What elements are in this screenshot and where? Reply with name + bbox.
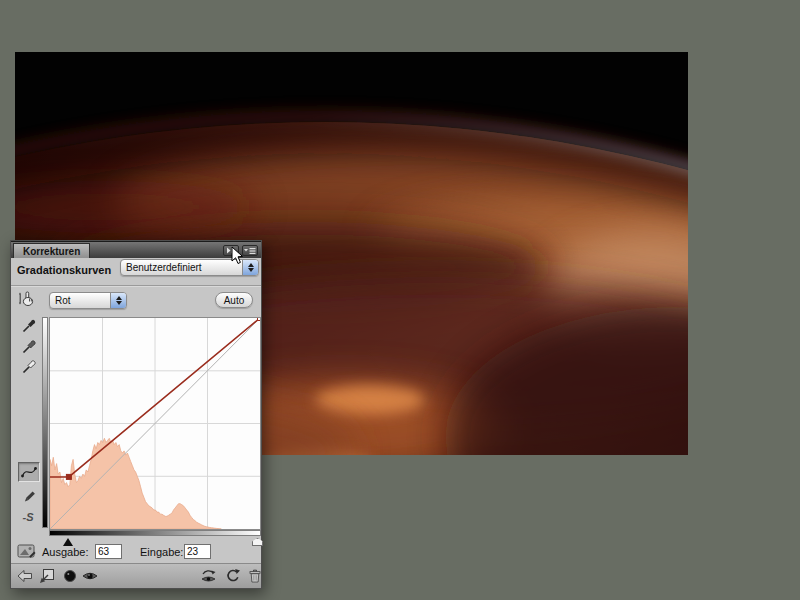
clip-to-layer-button[interactable]: [39, 568, 55, 584]
auto-button[interactable]: Auto: [215, 292, 253, 308]
output-label: Ausgabe:: [42, 546, 88, 558]
black-point-eyedropper-icon: [21, 318, 37, 334]
reset-icon: [225, 568, 241, 584]
view-previous-state-icon: [200, 568, 218, 584]
channel-dropdown-value: Rot: [50, 293, 110, 308]
panel-tab-bar: Korrekturen: [11, 241, 261, 258]
image-adjustment-icon: [17, 544, 37, 559]
header-divider: [11, 285, 261, 286]
reset-button[interactable]: [225, 568, 241, 584]
preset-dropdown-stepper-icon: [242, 260, 258, 275]
curve-plot-area[interactable]: [49, 317, 261, 530]
shadow-input-slider[interactable]: [63, 538, 73, 546]
edit-curve-points-tool[interactable]: [18, 462, 40, 482]
visibility-toggle-button[interactable]: [82, 568, 98, 584]
pencil-draw-curve-tool[interactable]: [20, 488, 38, 506]
clip-to-layer-icon: [39, 568, 55, 584]
on-image-adjustment-badge: [16, 543, 38, 559]
curve-plot-svg: [50, 318, 260, 529]
gray-point-eyedropper[interactable]: [20, 338, 38, 356]
output-gradient-bar: [42, 317, 48, 528]
tab-korrekturen[interactable]: Korrekturen: [13, 243, 90, 258]
visibility-eye-icon: [82, 568, 98, 584]
output-value-field[interactable]: [95, 544, 122, 559]
input-gradient-bar: [49, 530, 261, 536]
white-point-eyedropper[interactable]: [20, 358, 38, 376]
black-point-eyedropper[interactable]: [20, 317, 38, 335]
input-label: Eingabe:: [140, 546, 183, 558]
panel-footer-toolbar: [11, 563, 261, 588]
targeted-adjustment-tool[interactable]: [18, 290, 36, 308]
view-previous-state-button[interactable]: [200, 568, 216, 584]
channel-dropdown[interactable]: Rot: [49, 292, 127, 309]
preset-dropdown-value: Benutzerdefiniert: [121, 260, 242, 275]
back-arrow-button[interactable]: [17, 568, 33, 584]
mouse-cursor: [231, 246, 244, 265]
highlight-input-slider[interactable]: [252, 538, 263, 546]
back-arrow-icon: [17, 568, 33, 584]
channel-dropdown-stepper-icon: [110, 293, 126, 308]
delete-adjustment-button[interactable]: [247, 568, 263, 584]
adjustments-panel: Korrekturen Gradationskurven Benutzerdef…: [10, 240, 262, 589]
delete-icon: [247, 568, 263, 584]
edit-curve-points-icon: [21, 466, 37, 478]
panel-menu-icon: [244, 247, 256, 255]
smooth-curve-icon: -S: [23, 511, 34, 523]
panel-menu-button[interactable]: [242, 245, 258, 256]
input-value-field[interactable]: [184, 544, 211, 559]
pencil-draw-curve-icon: [21, 489, 37, 505]
affects-all-layers-icon: [62, 568, 78, 584]
affects-all-layers-button[interactable]: [62, 568, 78, 584]
gray-point-eyedropper-icon: [21, 339, 37, 355]
desktop: { "desktop": { "background_color": "#686…: [0, 0, 800, 600]
targeted-adjustment-icon: [18, 290, 36, 308]
adjustment-title: Gradationskurven: [17, 264, 111, 276]
white-point-eyedropper-icon: [21, 359, 37, 375]
smooth-curve-tool[interactable]: -S: [19, 508, 37, 526]
